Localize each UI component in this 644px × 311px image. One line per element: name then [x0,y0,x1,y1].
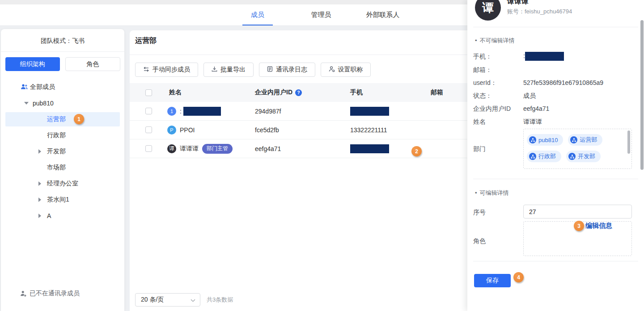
dept-tag[interactable]: 运营部 [568,134,602,146]
removed-members-label: 已不在通讯录成员 [1,290,80,298]
set-job-title-button[interactable]: 设置职称 [321,63,371,77]
save-button[interactable]: 保存 [474,274,511,287]
org-icon [529,153,536,160]
dept-box-scrollbar[interactable] [627,130,630,154]
page-size-select[interactable]: 20 条/页 [135,293,200,307]
chevron-down-icon [191,296,195,303]
tree-item-all-members[interactable]: 全部成员 [1,79,124,95]
dept-tag[interactable]: 行政部 [527,151,561,162]
serial-label: 序号 [473,209,486,217]
member-detail-drawer: 谭 谭谭谭 账号：feishu_pchu46794 不可编辑详情 手机： : 邮… [467,0,644,311]
name-label: 姓名 [473,118,486,126]
org-icon [570,136,577,143]
tree-item-market-dept[interactable]: 市场部 [1,160,124,176]
redact-prefix: : [180,108,182,115]
row-checkbox[interactable] [145,145,152,152]
tree-item-pub810[interactable]: pub810 [1,95,124,111]
name-value: 谭谭谭 [523,118,542,126]
tree-item-operations-dept[interactable]: 运营部 1 [1,111,124,127]
dept-tag-label: 运营部 [580,136,597,144]
row-checkbox[interactable] [145,108,152,114]
drawer-divider [473,261,638,261]
col-corp-user-id: 企业内用户ID [255,88,292,97]
department-tags-box: pub810 运营部 行政部 开发部 [523,129,632,169]
col-name: 姓名 [169,88,182,97]
annotation-step-1: 1 [74,114,84,124]
redacted-phone [525,52,564,61]
member-name: PPOI [180,126,195,134]
edit-info-link[interactable]: 编辑信息 [585,222,612,230]
status-value: 成员 [523,92,536,100]
dept-tag-label: pub810 [538,137,558,143]
tab-members[interactable]: 成员 [237,4,278,25]
tree-item-admin-dept[interactable]: 行政部 [1,127,124,143]
batch-export-button[interactable]: 批量导出 [203,63,254,77]
set-job-title-label: 设置职称 [338,66,363,74]
org-sidebar: 团队模式：飞书 组织架构 角色 全部成员 pub810 运营部 1 行政部 开发… [1,29,124,311]
corp-user-id-cell: eefg4a71 [255,145,281,152]
tab-external-contacts-label: 外部联系人 [366,11,400,19]
org-structure-button[interactable]: 组织架构 [5,57,60,71]
phone-value: : [523,52,564,61]
role-label: 角色 [473,237,486,245]
tree-item-dev-dept[interactable]: 开发部 [1,143,124,160]
person-removed-icon [20,290,27,298]
annotation-step-3: 3 [574,221,584,231]
member-toolbar: 手动同步成员 批量导出 通讯录日志 设置职称 [135,63,371,77]
readonly-section-title: 不可编辑详情 [475,37,515,45]
corp-userid-label: 企业内用户ID [473,105,511,113]
tree-item-label: 经理办公室 [1,180,78,188]
tree-item-label: 茶水间1 [1,196,69,204]
status-label: 状态： [473,92,492,100]
contacts-log-button[interactable]: 通讯录日志 [259,63,315,77]
sidebar-divider [1,51,124,52]
tree-item-label: A [1,212,51,219]
tree-item-a[interactable]: A [1,208,124,224]
select-all-checkbox[interactable] [145,89,152,96]
drawer-divider [473,179,638,179]
tree-item-label: pub810 [1,100,54,107]
editable-section-title: 可编辑详情 [475,189,509,197]
department-title: 运营部 [135,36,157,46]
redacted-name [183,107,221,116]
tree-item-pantry1[interactable]: 茶水间1 [1,192,124,208]
contacts-log-label: 通讯录日志 [276,66,307,74]
avatar: P [167,126,176,134]
tab-admins[interactable]: 管理员 [299,4,343,25]
pagination-bar: 20 条/页 共3条数据 [135,293,233,307]
tab-external-contacts[interactable]: 外部联系人 [358,4,408,25]
page-scrollbar[interactable] [640,20,644,170]
col-phone: 手机 [350,88,363,96]
dept-tag-label: 开发部 [578,152,595,160]
serial-input[interactable] [523,205,632,219]
removed-members-link[interactable]: 已不在通讯录成员 [1,287,124,300]
email-label: 邮箱： [473,66,492,74]
manual-sync-label: 手动同步成员 [153,66,190,74]
org-icon [529,136,536,143]
batch-export-label: 批量导出 [220,66,246,74]
dept-label: 部门 [473,145,486,153]
dept-tag[interactable]: 开发部 [566,151,601,162]
avatar: 1 [167,107,176,116]
dept-tag[interactable]: pub810 [527,134,563,146]
tree-item-label: 全部成员 [30,83,55,91]
org-tree: 全部成员 pub810 运营部 1 行政部 开发部 市场部 经理办公室 茶水间1 [1,79,124,224]
tree-item-label: 市场部 [1,164,66,172]
manual-sync-button[interactable]: 手动同步成员 [135,63,198,77]
phone-cell: 13322221111 [350,126,387,134]
team-mode-title: 团队模式：飞书 [1,29,124,45]
userid-value: 527fe53986f91e67910865a9 [523,79,603,86]
annotation-step-2: 2 [411,146,422,156]
tree-item-manager-office[interactable]: 经理办公室 [1,176,124,192]
detail-avatar: 谭 [475,0,501,21]
download-icon [212,66,217,73]
person-settings-icon [329,66,335,73]
help-icon[interactable]: ? [295,89,302,96]
corp-user-id-cell: 294d987f [255,108,281,115]
corp-userid-value: eefg4a71 [523,105,549,112]
userid-label: userId： [473,79,497,87]
row-checkbox[interactable] [145,126,152,133]
role-button[interactable]: 角色 [65,57,121,71]
tab-admins-label: 管理员 [311,11,331,19]
tree-item-label: 开发部 [1,147,66,156]
